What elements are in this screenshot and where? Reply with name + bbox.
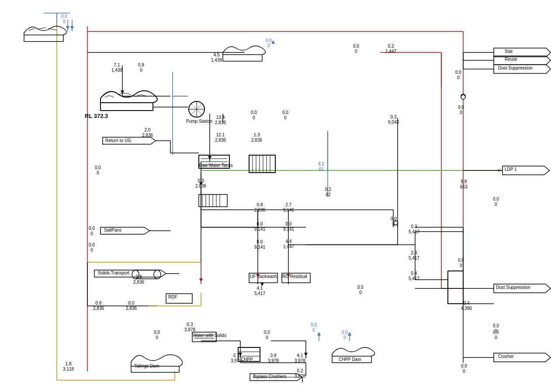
flow-4.1-5417: 4.15,417 [254, 286, 265, 296]
flow-0.0-0-left1: 0.00 [95, 165, 101, 176]
flow-0.0-0-ldp: 0.00 [493, 197, 499, 207]
flow-0.0-0-tr1: 0.00 [455, 70, 461, 80]
flow-0.0-0-far-right: 0.00 [458, 105, 464, 115]
pump-station-label: Pump Station [186, 119, 212, 124]
flow-0.4-4380: 0.44,380 [461, 301, 472, 311]
flow-2.3-5417: 2.35,417 [409, 250, 419, 261]
flow-2.0-2836: 2.02,836 [142, 128, 153, 138]
salt-pans-label: SaltPans [104, 228, 121, 233]
flow-0.0-0-right1: 0.00 [353, 44, 359, 54]
flow-0.8-2836-ll: 0.82,836 [93, 301, 104, 311]
flow-0.4-5417: 0.45,417 [409, 271, 419, 281]
flow-0.0-0-ls2: 0.00 [89, 243, 95, 253]
flow-1.3-2836: 1.32,836 [251, 132, 262, 143]
flow-0.0-0-rs1: 0.00 [391, 216, 397, 227]
main-svg [0, 0, 551, 392]
dust-suppression-top-label: Dust Suppression [498, 66, 533, 71]
flow-3.9-3978: 3.93,978 [268, 353, 279, 364]
flow-0.3-2836: 0.32,836 [195, 178, 206, 189]
flow-0.2-3978: 0.23,978 [295, 368, 305, 379]
flow-0.0-0-m2: 0.00 [282, 110, 288, 121]
dust-suppression-bot-label: Dust Suppression [496, 285, 530, 290]
flow-0.0-0-top: 0.0 0 [61, 14, 67, 24]
stat-label: Stat [505, 49, 513, 54]
tailings-dam-label: Tailings Dam [134, 364, 159, 369]
flow-0.0-0-m1: 0.00 [251, 110, 257, 121]
flow-0.0-0-crusher: 0.00 [461, 364, 467, 374]
flow-0.0-9141-r: 0.09,141 [283, 222, 294, 232]
bypass-crushers-label: Bypass Crushers [253, 374, 286, 379]
flow-3.7-3978: 3.73,978 [231, 353, 242, 364]
flow-0.0-0-b2: 0.00 [264, 330, 270, 340]
water-with-solids-label: Water with Solids [193, 333, 226, 338]
ldp1-label: LDP 1 [505, 167, 517, 172]
flow-8.2-82: 8.282 [318, 162, 324, 172]
flow-1.8-3118: 1.83,118 [63, 361, 74, 372]
svg-point-156 [461, 95, 465, 99]
flow-0.3-3978: 0.33,978 [184, 322, 195, 333]
uf-backwash-label: UF Backwash [250, 274, 277, 279]
flow-0.8-2836: 0.82,836 [254, 202, 265, 213]
flow-0.0-0-blue-top: 0.00 [266, 38, 272, 49]
flow-0.3-5417: 0.35,417 [409, 224, 419, 235]
diagram-container: 0.0 0 7.1 1,439 0.9 0 4.5 1,439 0.00 0.0… [0, 0, 551, 392]
flow-0.0-0-br1: 0.00 [357, 285, 364, 295]
flow-9.8-663: 9.8663 [460, 179, 468, 190]
chpp-dam-label: CHPP Dam [339, 357, 361, 362]
flow-0.0-0-ls1: 0.00 [89, 226, 95, 236]
crusher-label: Crusher [498, 354, 514, 359]
ro-residual-label: RO Residual [282, 274, 307, 279]
flow-0.0-9141-l: 0.09,141 [254, 222, 265, 232]
flow-4.5-1439: 4.5 1,439 [211, 52, 222, 63]
rl-label: RL 372.3 [85, 113, 108, 120]
chpp-label: CHPP [241, 357, 253, 362]
flow-4.4-1447: 4.41,447 [283, 239, 294, 250]
flow-2.7-9141: 2.79,141 [283, 202, 294, 213]
flow-7.1-1439: 7.1 1,439 [111, 62, 122, 73]
flow-0.9-0: 0.9 0 [138, 62, 144, 73]
flow-0.8-2836-c: 0.82,836 [133, 274, 144, 285]
flow-0.3-6043: 0.36,043 [388, 114, 399, 125]
reuse-label: Reuse [505, 57, 517, 62]
flow-13.4-2836: 13.42,836 [215, 115, 226, 125]
flow-0.2-1447: 0.21,447 [385, 44, 396, 54]
flow-0.0-0-rb1: 0.00 [458, 258, 464, 268]
flow-12.1-2836: 12.12,836 [215, 132, 226, 143]
flow-0.2-82: 0.282 [325, 187, 331, 198]
raw-water-tanks-label: Raw Water Tanks [199, 163, 233, 168]
solids-transport-label: Solids Transport [98, 271, 129, 276]
flow-0.0-9141-b: 0.09,141 [254, 239, 265, 250]
flow-0.0-0-bra2: 0.00 [493, 330, 499, 340]
flow-4.1-3978: 4.13,978 [295, 353, 305, 364]
svg-rect-0 [0, 0, 551, 392]
flow-0.0-0-bb2: 0.00 [342, 330, 348, 340]
rdf-label: RDF [168, 295, 177, 300]
flow-0.0-0-b1: 0.00 [154, 330, 160, 340]
return-to-ug-label: Return to UG [105, 138, 131, 143]
flow-0.0-0-bb1: 0.00 [311, 323, 317, 333]
flow-0.0-2836-ll: 0.02,836 [126, 301, 137, 311]
